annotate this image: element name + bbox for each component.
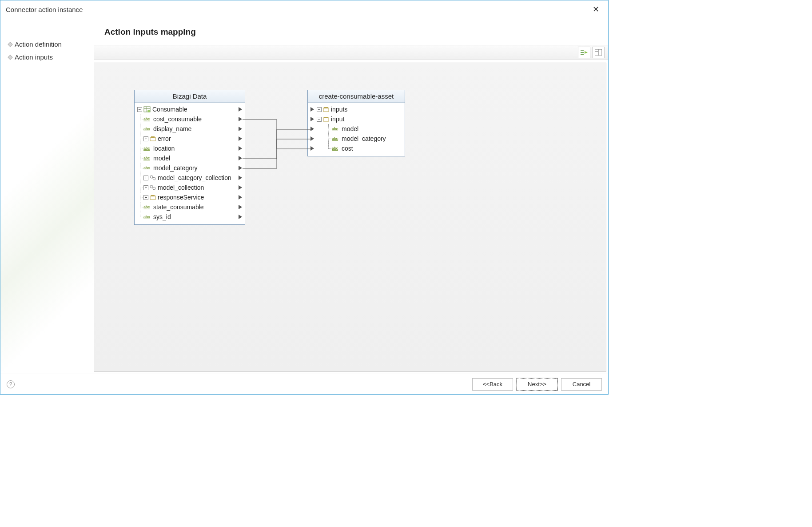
collection-icon bbox=[150, 175, 156, 180]
tree-row[interactable]: abc model_category bbox=[310, 134, 402, 144]
next-button[interactable]: Next>> bbox=[517, 378, 557, 391]
window-title: Connector action instance bbox=[6, 6, 589, 13]
input-port[interactable] bbox=[310, 136, 314, 141]
row-label: model bbox=[153, 155, 236, 162]
row-label: model_category bbox=[342, 135, 402, 142]
svg-rect-23 bbox=[324, 117, 328, 118]
mapping-canvas[interactable]: Bizagi Data − Consumable bbox=[94, 63, 606, 372]
svg-rect-22 bbox=[323, 118, 329, 121]
target-panel-body: − inputs − bbox=[308, 103, 405, 156]
box-icon bbox=[150, 136, 156, 141]
input-port[interactable] bbox=[310, 146, 314, 151]
target-panel-title: create-consumable-asset bbox=[308, 90, 405, 103]
row-label: state_consumable bbox=[153, 204, 236, 211]
expand-icon[interactable]: + bbox=[143, 195, 148, 200]
target-panel[interactable]: create-consumable-asset − inputs bbox=[307, 90, 405, 156]
sidebar-item-label: Action definition bbox=[15, 40, 62, 48]
entity-icon bbox=[143, 106, 151, 112]
diamond-icon bbox=[8, 55, 12, 60]
string-icon: abc bbox=[143, 117, 151, 121]
layout-icon bbox=[595, 49, 602, 56]
expand-icon[interactable]: + bbox=[143, 136, 148, 141]
tree-row[interactable]: abc display_name bbox=[137, 124, 242, 134]
page-header: Action inputs mapping bbox=[94, 18, 608, 45]
row-label: cost_consumable bbox=[153, 116, 236, 123]
tree-row[interactable]: abc model_category bbox=[137, 163, 242, 173]
output-port[interactable] bbox=[239, 185, 242, 190]
tree-row-root[interactable]: − Consumable bbox=[137, 104, 242, 114]
layout-button[interactable] bbox=[592, 47, 605, 58]
output-port[interactable] bbox=[239, 205, 242, 209]
expand-icon[interactable]: + bbox=[143, 176, 148, 180]
auto-map-button[interactable] bbox=[578, 47, 590, 58]
cancel-button[interactable]: Cancel bbox=[561, 378, 602, 391]
main-area: Action inputs mapping bbox=[94, 18, 608, 374]
svg-rect-20 bbox=[323, 108, 329, 112]
row-label: error bbox=[158, 135, 236, 142]
row-label: model_collection bbox=[158, 184, 236, 191]
string-icon: abc bbox=[143, 127, 151, 131]
tree-row[interactable]: + responseService bbox=[137, 192, 242, 202]
output-port[interactable] bbox=[239, 166, 242, 170]
input-port[interactable] bbox=[310, 107, 314, 112]
box-icon bbox=[150, 195, 156, 200]
collection-icon bbox=[150, 185, 156, 190]
output-port[interactable] bbox=[239, 176, 242, 180]
svg-point-9 bbox=[147, 110, 150, 112]
svg-rect-10 bbox=[150, 137, 155, 141]
string-icon: abc bbox=[332, 146, 340, 151]
tree-row[interactable]: + model_category_collection bbox=[137, 173, 242, 183]
string-icon: abc bbox=[332, 136, 340, 141]
tree-row[interactable]: abc cost_consumable bbox=[137, 114, 242, 124]
input-port[interactable] bbox=[310, 127, 314, 131]
titlebar: Connector action instance ✕ bbox=[0, 0, 608, 18]
output-port[interactable] bbox=[239, 215, 242, 219]
tree-row[interactable]: abc location bbox=[137, 144, 242, 153]
tree-row[interactable]: abc cost bbox=[310, 144, 402, 153]
string-icon: abc bbox=[143, 215, 151, 219]
output-port[interactable] bbox=[239, 195, 242, 200]
tree-row-root[interactable]: − inputs bbox=[310, 104, 402, 114]
svg-rect-11 bbox=[151, 136, 155, 138]
tree-row[interactable]: abc state_consumable bbox=[137, 202, 242, 212]
row-label: model bbox=[342, 125, 402, 132]
source-panel[interactable]: Bizagi Data − Consumable bbox=[134, 90, 245, 225]
output-port[interactable] bbox=[239, 156, 242, 160]
input-port[interactable] bbox=[310, 117, 314, 121]
svg-rect-21 bbox=[324, 107, 328, 108]
tree-row[interactable]: − input bbox=[310, 114, 402, 124]
output-port[interactable] bbox=[239, 136, 242, 141]
svg-point-13 bbox=[153, 177, 155, 180]
svg-rect-18 bbox=[150, 196, 155, 200]
row-label: display_name bbox=[153, 125, 236, 132]
output-port[interactable] bbox=[239, 117, 242, 121]
svg-line-14 bbox=[152, 177, 153, 178]
output-port[interactable] bbox=[239, 127, 242, 131]
back-button[interactable]: <<Back bbox=[472, 378, 513, 391]
mapping-toolbar bbox=[94, 45, 608, 60]
tree-row[interactable]: + model_collection bbox=[137, 183, 242, 192]
source-panel-body: − Consumable abc cost_consumable bbox=[135, 103, 245, 224]
string-icon: abc bbox=[143, 166, 151, 170]
output-port[interactable] bbox=[239, 107, 242, 112]
tree-row[interactable]: abc model bbox=[310, 124, 402, 134]
help-icon[interactable]: ? bbox=[7, 380, 15, 388]
svg-rect-19 bbox=[151, 195, 155, 196]
sidebar-item-action-definition[interactable]: Action definition bbox=[8, 38, 90, 51]
collapse-icon[interactable]: − bbox=[137, 107, 142, 112]
close-icon[interactable]: ✕ bbox=[589, 3, 603, 16]
tree-row[interactable]: abc model bbox=[137, 153, 242, 163]
dialog-window: Connector action instance ✕ Action defin… bbox=[0, 0, 609, 395]
expand-icon[interactable]: + bbox=[143, 185, 148, 190]
automap-icon bbox=[580, 49, 588, 56]
row-label: location bbox=[153, 145, 236, 152]
wizard-sidebar: Action definition Action inputs bbox=[0, 18, 94, 374]
output-port[interactable] bbox=[239, 146, 242, 151]
row-label: responseService bbox=[158, 194, 236, 201]
svg-point-15 bbox=[150, 185, 153, 188]
sidebar-item-action-inputs[interactable]: Action inputs bbox=[8, 51, 90, 64]
tree-row[interactable]: + error bbox=[137, 134, 242, 144]
collapse-icon[interactable]: − bbox=[317, 117, 322, 122]
tree-row[interactable]: abc sys_id bbox=[137, 212, 242, 222]
collapse-icon[interactable]: − bbox=[317, 107, 322, 112]
